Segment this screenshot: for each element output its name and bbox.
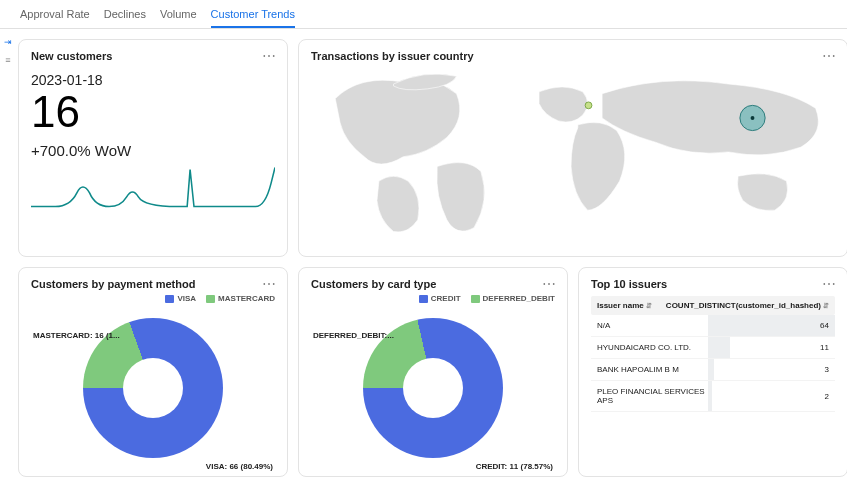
card-top-issuers: Top 10 issuers ⋯ Issuer name⇵ COUNT_DIST… [578, 267, 847, 477]
legend: CREDIT DEFERRED_DEBIT [311, 294, 555, 303]
table-row[interactable]: HYUNDAICARD CO. LTD.11 [591, 337, 835, 359]
map-point-europe[interactable] [585, 102, 592, 109]
card-title: Transactions by issuer country [311, 50, 835, 62]
table-body: N/A64HYUNDAICARD CO. LTD.11BANK HAPOALIM… [591, 315, 835, 412]
issuer-count: 2 [825, 392, 829, 401]
metric-date: 2023-01-18 [31, 72, 275, 88]
card-title: Customers by card type [311, 278, 555, 290]
table-header: Issuer name⇵ COUNT_DISTINCT(customer_id_… [591, 296, 835, 315]
issuer-count: 11 [820, 343, 829, 352]
label-mastercard: MASTERCARD: 16 (1... [33, 331, 120, 340]
card-menu-icon[interactable]: ⋯ [542, 276, 557, 292]
issuer-name: N/A [597, 321, 610, 330]
dashboard-grid: New customers ⋯ 2023-01-18 16 +700.0% Wo… [0, 29, 847, 487]
card-transactions-map: Transactions by issuer country ⋯ [298, 39, 847, 257]
issuer-name: HYUNDAICARD CO. LTD. [597, 343, 691, 352]
filter-icon[interactable]: ≡ [2, 54, 14, 66]
card-menu-icon[interactable]: ⋯ [262, 48, 277, 64]
table-row[interactable]: BANK HAPOALIM B M3 [591, 359, 835, 381]
card-payment-method: Customers by payment method ⋯ VISA MASTE… [18, 267, 288, 477]
tab-customer-trends[interactable]: Customer Trends [211, 8, 295, 28]
donut-chart[interactable]: MASTERCARD: 16 (1... VISA: 66 (80.49%) [31, 303, 275, 473]
card-title: New customers [31, 50, 275, 62]
card-title: Top 10 issuers [591, 278, 835, 290]
label-visa: VISA: 66 (80.49%) [206, 462, 273, 471]
card-title: Customers by payment method [31, 278, 275, 290]
tab-declines[interactable]: Declines [104, 8, 146, 28]
legend-credit: CREDIT [431, 294, 461, 303]
sort-icon[interactable]: ⇵ [823, 302, 829, 309]
card-menu-icon[interactable]: ⋯ [262, 276, 277, 292]
legend-visa: VISA [177, 294, 196, 303]
donut-chart[interactable]: DEFERRED_DEBIT:... CREDIT: 11 (78.57%) [311, 303, 555, 473]
table-row[interactable]: N/A64 [591, 315, 835, 337]
legend-deferred: DEFERRED_DEBIT [483, 294, 555, 303]
label-deferred: DEFERRED_DEBIT:... [313, 331, 394, 340]
metric-change: +700.0% WoW [31, 142, 275, 159]
svg-point-0 [751, 116, 755, 120]
issuer-name: BANK HAPOALIM B M [597, 365, 679, 374]
table-row[interactable]: PLEO FINANCIAL SERVICES APS2 [591, 381, 835, 412]
legend-mastercard: MASTERCARD [218, 294, 275, 303]
expand-icon[interactable]: ⇥ [2, 36, 14, 48]
issuer-count: 64 [820, 321, 829, 330]
tabs: Approval Rate Declines Volume Customer T… [0, 0, 847, 29]
tab-approval-rate[interactable]: Approval Rate [20, 8, 90, 28]
card-menu-icon[interactable]: ⋯ [822, 276, 837, 292]
col-issuer[interactable]: Issuer name [597, 301, 644, 310]
label-credit: CREDIT: 11 (78.57%) [476, 462, 553, 471]
toolbar-rail: ⇥ ≡ [2, 36, 14, 66]
metric-value: 16 [31, 90, 275, 134]
issuer-count: 3 [825, 365, 829, 374]
legend: VISA MASTERCARD [31, 294, 275, 303]
tab-volume[interactable]: Volume [160, 8, 197, 28]
sort-icon[interactable]: ⇵ [646, 302, 652, 309]
card-new-customers: New customers ⋯ 2023-01-18 16 +700.0% Wo… [18, 39, 288, 257]
world-map[interactable] [311, 62, 835, 238]
card-menu-icon[interactable]: ⋯ [822, 48, 837, 64]
issuer-name: PLEO FINANCIAL SERVICES APS [597, 387, 717, 405]
col-count[interactable]: COUNT_DISTINCT(customer_id_hashed) [666, 301, 821, 310]
card-card-type: Customers by card type ⋯ CREDIT DEFERRED… [298, 267, 568, 477]
sparkline-chart [31, 167, 275, 213]
